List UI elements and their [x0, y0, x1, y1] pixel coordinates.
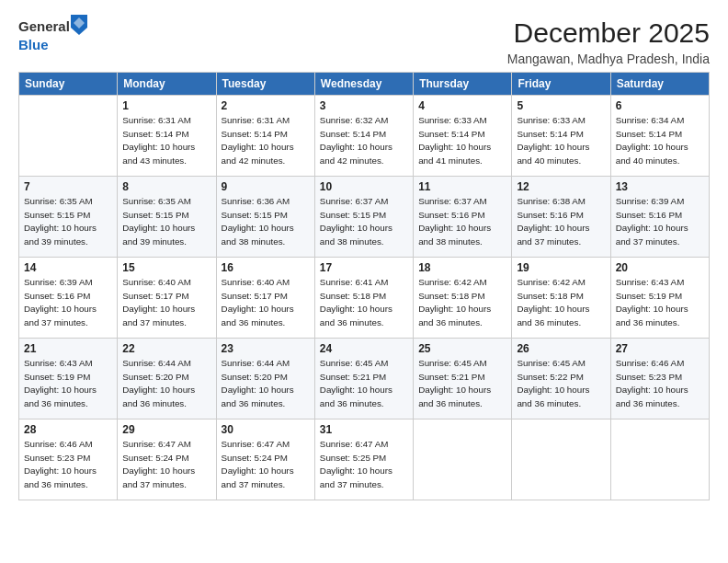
calendar-cell	[19, 96, 118, 177]
day-info: Sunrise: 6:39 AMSunset: 5:16 PMDaylight:…	[24, 276, 112, 330]
subtitle: Mangawan, Madhya Pradesh, India	[507, 52, 710, 66]
day-info: Sunrise: 6:42 AMSunset: 5:18 PMDaylight:…	[418, 276, 506, 330]
day-info: Sunrise: 6:40 AMSunset: 5:17 PMDaylight:…	[122, 276, 210, 330]
day-number: 30	[222, 423, 310, 436]
day-number: 20	[616, 261, 704, 274]
calendar-cell: 22Sunrise: 6:44 AMSunset: 5:20 PMDayligh…	[118, 339, 216, 419]
calendar-cell: 25Sunrise: 6:45 AMSunset: 5:21 PMDayligh…	[414, 339, 512, 419]
day-info: Sunrise: 6:36 AMSunset: 5:15 PMDaylight:…	[222, 195, 310, 249]
day-number: 16	[222, 261, 310, 274]
calendar-cell	[414, 419, 512, 500]
day-info: Sunrise: 6:45 AMSunset: 5:21 PMDaylight:…	[320, 357, 408, 411]
column-header-saturday: Saturday	[610, 73, 709, 96]
day-number: 5	[517, 99, 605, 112]
day-info: Sunrise: 6:43 AMSunset: 5:19 PMDaylight:…	[616, 276, 704, 330]
day-number: 19	[517, 261, 605, 274]
week-row-2: 7Sunrise: 6:35 AMSunset: 5:15 PMDaylight…	[19, 177, 710, 258]
day-number: 21	[24, 342, 112, 355]
column-header-monday: Monday	[118, 73, 216, 96]
day-number: 2	[222, 99, 310, 112]
day-info: Sunrise: 6:38 AMSunset: 5:16 PMDaylight:…	[517, 195, 605, 249]
calendar-cell: 7Sunrise: 6:35 AMSunset: 5:15 PMDaylight…	[19, 177, 118, 258]
day-info: Sunrise: 6:34 AMSunset: 5:14 PMDaylight:…	[616, 114, 704, 168]
calendar-cell: 21Sunrise: 6:43 AMSunset: 5:19 PMDayligh…	[19, 339, 118, 419]
day-info: Sunrise: 6:37 AMSunset: 5:16 PMDaylight:…	[418, 195, 506, 249]
logo-blue-text: Blue	[18, 37, 49, 52]
day-info: Sunrise: 6:39 AMSunset: 5:16 PMDaylight:…	[616, 195, 704, 249]
day-info: Sunrise: 6:47 AMSunset: 5:24 PMDaylight:…	[122, 438, 210, 492]
day-info: Sunrise: 6:42 AMSunset: 5:18 PMDaylight:…	[517, 276, 605, 330]
week-row-4: 21Sunrise: 6:43 AMSunset: 5:19 PMDayligh…	[19, 339, 710, 419]
day-number: 6	[616, 99, 704, 112]
calendar-cell: 30Sunrise: 6:47 AMSunset: 5:24 PMDayligh…	[216, 419, 314, 500]
calendar-cell: 23Sunrise: 6:44 AMSunset: 5:20 PMDayligh…	[216, 339, 314, 419]
day-number: 13	[616, 180, 704, 193]
day-info: Sunrise: 6:47 AMSunset: 5:24 PMDaylight:…	[222, 438, 310, 492]
week-row-3: 14Sunrise: 6:39 AMSunset: 5:16 PMDayligh…	[19, 258, 710, 339]
calendar-cell: 16Sunrise: 6:40 AMSunset: 5:17 PMDayligh…	[216, 258, 314, 339]
day-number: 27	[616, 342, 704, 355]
day-info: Sunrise: 6:35 AMSunset: 5:15 PMDaylight:…	[24, 195, 112, 249]
column-header-sunday: Sunday	[19, 73, 118, 96]
day-number: 24	[320, 342, 408, 355]
day-info: Sunrise: 6:33 AMSunset: 5:14 PMDaylight:…	[517, 114, 605, 168]
header: General Blue December 2025 Mangawan, Mad…	[18, 17, 710, 66]
day-number: 17	[320, 261, 408, 274]
calendar-cell: 9Sunrise: 6:36 AMSunset: 5:15 PMDaylight…	[216, 177, 314, 258]
calendar-cell: 20Sunrise: 6:43 AMSunset: 5:19 PMDayligh…	[610, 258, 709, 339]
day-number: 7	[24, 180, 112, 193]
day-number: 22	[122, 342, 210, 355]
day-info: Sunrise: 6:46 AMSunset: 5:23 PMDaylight:…	[616, 357, 704, 411]
calendar-cell: 12Sunrise: 6:38 AMSunset: 5:16 PMDayligh…	[512, 177, 610, 258]
day-info: Sunrise: 6:37 AMSunset: 5:15 PMDaylight:…	[320, 195, 408, 249]
calendar-table: SundayMondayTuesdayWednesdayThursdayFrid…	[18, 72, 710, 500]
title-block: December 2025 Mangawan, Madhya Pradesh, …	[507, 17, 710, 66]
column-header-tuesday: Tuesday	[216, 73, 314, 96]
calendar-cell: 19Sunrise: 6:42 AMSunset: 5:18 PMDayligh…	[512, 258, 610, 339]
logo-general-text: General	[18, 19, 70, 35]
column-header-friday: Friday	[512, 73, 610, 96]
calendar-cell: 15Sunrise: 6:40 AMSunset: 5:17 PMDayligh…	[118, 258, 216, 339]
day-number: 31	[320, 423, 408, 436]
calendar-cell: 17Sunrise: 6:41 AMSunset: 5:18 PMDayligh…	[314, 258, 413, 339]
day-number: 4	[418, 99, 506, 112]
day-info: Sunrise: 6:35 AMSunset: 5:15 PMDaylight:…	[122, 195, 210, 249]
day-number: 10	[320, 180, 408, 193]
day-number: 29	[122, 423, 210, 436]
day-info: Sunrise: 6:46 AMSunset: 5:23 PMDaylight:…	[24, 438, 112, 492]
column-header-wednesday: Wednesday	[314, 73, 413, 96]
page: General Blue December 2025 Mangawan, Mad…	[0, 0, 728, 563]
day-info: Sunrise: 6:45 AMSunset: 5:22 PMDaylight:…	[517, 357, 605, 411]
calendar-cell: 13Sunrise: 6:39 AMSunset: 5:16 PMDayligh…	[610, 177, 709, 258]
day-info: Sunrise: 6:44 AMSunset: 5:20 PMDaylight:…	[122, 357, 210, 411]
day-info: Sunrise: 6:41 AMSunset: 5:18 PMDaylight:…	[320, 276, 408, 330]
day-info: Sunrise: 6:47 AMSunset: 5:25 PMDaylight:…	[320, 438, 408, 492]
day-number: 14	[24, 261, 112, 274]
calendar-cell: 5Sunrise: 6:33 AMSunset: 5:14 PMDaylight…	[512, 96, 610, 177]
calendar-cell: 2Sunrise: 6:31 AMSunset: 5:14 PMDaylight…	[216, 96, 314, 177]
calendar-cell	[610, 419, 709, 500]
week-row-5: 28Sunrise: 6:46 AMSunset: 5:23 PMDayligh…	[19, 419, 710, 500]
day-info: Sunrise: 6:44 AMSunset: 5:20 PMDaylight:…	[222, 357, 310, 411]
calendar-cell: 18Sunrise: 6:42 AMSunset: 5:18 PMDayligh…	[414, 258, 512, 339]
column-header-thursday: Thursday	[414, 73, 512, 96]
calendar-cell: 26Sunrise: 6:45 AMSunset: 5:22 PMDayligh…	[512, 339, 610, 419]
day-number: 1	[122, 99, 210, 112]
calendar-cell: 10Sunrise: 6:37 AMSunset: 5:15 PMDayligh…	[314, 177, 413, 258]
day-info: Sunrise: 6:31 AMSunset: 5:14 PMDaylight:…	[222, 114, 310, 168]
day-info: Sunrise: 6:43 AMSunset: 5:19 PMDaylight:…	[24, 357, 112, 411]
calendar-cell: 24Sunrise: 6:45 AMSunset: 5:21 PMDayligh…	[314, 339, 413, 419]
week-row-1: 1Sunrise: 6:31 AMSunset: 5:14 PMDaylight…	[19, 96, 710, 177]
calendar-cell: 31Sunrise: 6:47 AMSunset: 5:25 PMDayligh…	[314, 419, 413, 500]
day-info: Sunrise: 6:31 AMSunset: 5:14 PMDaylight:…	[122, 114, 210, 168]
day-info: Sunrise: 6:33 AMSunset: 5:14 PMDaylight:…	[418, 114, 506, 168]
day-number: 9	[222, 180, 310, 193]
day-number: 8	[122, 180, 210, 193]
day-number: 25	[418, 342, 506, 355]
day-number: 12	[517, 180, 605, 193]
calendar-cell: 4Sunrise: 6:33 AMSunset: 5:14 PMDaylight…	[414, 96, 512, 177]
logo: General Blue	[18, 17, 87, 53]
day-info: Sunrise: 6:45 AMSunset: 5:21 PMDaylight:…	[418, 357, 506, 411]
calendar-cell: 1Sunrise: 6:31 AMSunset: 5:14 PMDaylight…	[118, 96, 216, 177]
main-title: December 2025	[507, 17, 710, 50]
